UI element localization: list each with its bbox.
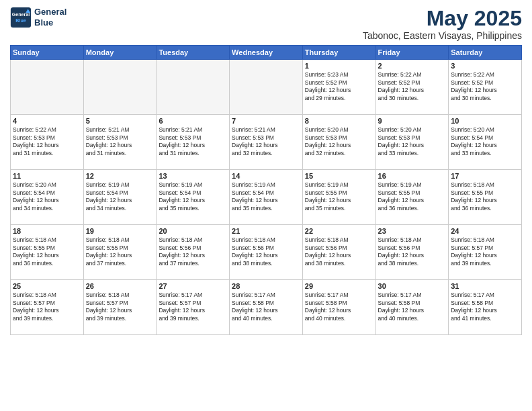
cell-content: Sunrise: 5:20 AM Sunset: 5:53 PM Dayligh… bbox=[305, 126, 373, 157]
day-number: 19 bbox=[86, 227, 154, 235]
calendar-cell bbox=[157, 60, 230, 115]
day-number: 9 bbox=[378, 117, 447, 125]
day-number: 15 bbox=[305, 172, 373, 180]
day-number: 24 bbox=[451, 227, 519, 235]
day-number: 7 bbox=[232, 117, 300, 125]
day-number: 18 bbox=[13, 227, 81, 235]
day-number: 4 bbox=[13, 117, 81, 125]
page: General Blue General Blue May 2025 Tabon… bbox=[0, 0, 532, 411]
day-number: 30 bbox=[378, 282, 447, 290]
calendar-cell bbox=[11, 60, 84, 115]
calendar-cell: 8Sunrise: 5:20 AM Sunset: 5:53 PM Daylig… bbox=[302, 115, 375, 170]
title-block: May 2025 Tabonoc, Eastern Visayas, Phili… bbox=[363, 7, 522, 41]
cell-content: Sunrise: 5:18 AM Sunset: 5:55 PM Dayligh… bbox=[451, 181, 519, 212]
calendar-cell: 30Sunrise: 5:17 AM Sunset: 5:58 PM Dayli… bbox=[375, 280, 449, 335]
calendar-cell: 29Sunrise: 5:17 AM Sunset: 5:58 PM Dayli… bbox=[302, 280, 375, 335]
day-number: 13 bbox=[159, 172, 227, 180]
calendar-table: SundayMondayTuesdayWednesdayThursdayFrid… bbox=[10, 45, 522, 335]
day-number: 23 bbox=[378, 227, 447, 235]
day-number: 11 bbox=[13, 172, 81, 180]
cell-content: Sunrise: 5:18 AM Sunset: 5:56 PM Dayligh… bbox=[159, 236, 227, 267]
calendar-cell bbox=[230, 60, 303, 115]
header-cell-tuesday: Tuesday bbox=[157, 46, 230, 60]
cell-content: Sunrise: 5:20 AM Sunset: 5:54 PM Dayligh… bbox=[13, 181, 81, 212]
cell-content: Sunrise: 5:18 AM Sunset: 5:57 PM Dayligh… bbox=[86, 291, 154, 322]
day-number: 2 bbox=[378, 62, 447, 70]
header: General Blue General Blue May 2025 Tabon… bbox=[10, 7, 522, 41]
calendar-cell: 20Sunrise: 5:18 AM Sunset: 5:56 PM Dayli… bbox=[157, 225, 230, 280]
header-cell-thursday: Thursday bbox=[302, 46, 375, 60]
day-number: 20 bbox=[159, 227, 227, 235]
day-number: 10 bbox=[451, 117, 519, 125]
day-number: 14 bbox=[232, 172, 300, 180]
calendar-cell: 1Sunrise: 5:23 AM Sunset: 5:52 PM Daylig… bbox=[302, 60, 375, 115]
week-row-1: 1Sunrise: 5:23 AM Sunset: 5:52 PM Daylig… bbox=[11, 60, 522, 115]
cell-content: Sunrise: 5:22 AM Sunset: 5:53 PM Dayligh… bbox=[13, 126, 81, 157]
subtitle: Tabonoc, Eastern Visayas, Philippines bbox=[363, 30, 522, 41]
header-cell-saturday: Saturday bbox=[449, 46, 522, 60]
cell-content: Sunrise: 5:21 AM Sunset: 5:53 PM Dayligh… bbox=[232, 126, 300, 157]
cell-content: Sunrise: 5:17 AM Sunset: 5:58 PM Dayligh… bbox=[232, 291, 300, 322]
day-number: 21 bbox=[232, 227, 300, 235]
day-number: 22 bbox=[305, 227, 373, 235]
calendar-cell: 9Sunrise: 5:20 AM Sunset: 5:53 PM Daylig… bbox=[375, 115, 449, 170]
day-number: 8 bbox=[305, 117, 373, 125]
calendar-cell: 28Sunrise: 5:17 AM Sunset: 5:58 PM Dayli… bbox=[230, 280, 303, 335]
calendar-cell: 13Sunrise: 5:19 AM Sunset: 5:54 PM Dayli… bbox=[157, 170, 230, 225]
calendar-cell: 2Sunrise: 5:22 AM Sunset: 5:52 PM Daylig… bbox=[375, 60, 449, 115]
cell-content: Sunrise: 5:18 AM Sunset: 5:57 PM Dayligh… bbox=[13, 291, 81, 322]
cell-content: Sunrise: 5:21 AM Sunset: 5:53 PM Dayligh… bbox=[159, 126, 227, 157]
svg-text:General: General bbox=[12, 12, 30, 17]
logo-text: General Blue bbox=[34, 7, 66, 28]
day-number: 3 bbox=[451, 62, 519, 70]
header-cell-friday: Friday bbox=[375, 46, 449, 60]
cell-content: Sunrise: 5:17 AM Sunset: 5:57 PM Dayligh… bbox=[159, 291, 227, 322]
day-number: 29 bbox=[305, 282, 373, 290]
week-row-4: 18Sunrise: 5:18 AM Sunset: 5:55 PM Dayli… bbox=[11, 225, 522, 280]
cell-content: Sunrise: 5:18 AM Sunset: 5:56 PM Dayligh… bbox=[378, 236, 447, 267]
day-number: 17 bbox=[451, 172, 519, 180]
day-number: 6 bbox=[159, 117, 227, 125]
cell-content: Sunrise: 5:23 AM Sunset: 5:52 PM Dayligh… bbox=[305, 71, 373, 102]
logo: General Blue General Blue bbox=[10, 7, 66, 28]
cell-content: Sunrise: 5:20 AM Sunset: 5:54 PM Dayligh… bbox=[451, 126, 519, 157]
day-number: 1 bbox=[305, 62, 373, 70]
cell-content: Sunrise: 5:17 AM Sunset: 5:58 PM Dayligh… bbox=[305, 291, 373, 322]
week-row-3: 11Sunrise: 5:20 AM Sunset: 5:54 PM Dayli… bbox=[11, 170, 522, 225]
calendar-cell: 5Sunrise: 5:21 AM Sunset: 5:53 PM Daylig… bbox=[83, 115, 157, 170]
calendar-cell: 23Sunrise: 5:18 AM Sunset: 5:56 PM Dayli… bbox=[375, 225, 449, 280]
cell-content: Sunrise: 5:22 AM Sunset: 5:52 PM Dayligh… bbox=[378, 71, 447, 102]
calendar-cell: 19Sunrise: 5:18 AM Sunset: 5:55 PM Dayli… bbox=[83, 225, 157, 280]
cell-content: Sunrise: 5:18 AM Sunset: 5:55 PM Dayligh… bbox=[86, 236, 154, 267]
cell-content: Sunrise: 5:17 AM Sunset: 5:58 PM Dayligh… bbox=[451, 291, 519, 322]
calendar-cell: 6Sunrise: 5:21 AM Sunset: 5:53 PM Daylig… bbox=[157, 115, 230, 170]
calendar-cell: 7Sunrise: 5:21 AM Sunset: 5:53 PM Daylig… bbox=[230, 115, 303, 170]
day-number: 31 bbox=[451, 282, 519, 290]
cell-content: Sunrise: 5:19 AM Sunset: 5:54 PM Dayligh… bbox=[86, 181, 154, 212]
cell-content: Sunrise: 5:17 AM Sunset: 5:58 PM Dayligh… bbox=[378, 291, 447, 322]
calendar-cell: 26Sunrise: 5:18 AM Sunset: 5:57 PM Dayli… bbox=[83, 280, 157, 335]
calendar-cell: 15Sunrise: 5:19 AM Sunset: 5:55 PM Dayli… bbox=[302, 170, 375, 225]
calendar-cell: 12Sunrise: 5:19 AM Sunset: 5:54 PM Dayli… bbox=[83, 170, 157, 225]
cell-content: Sunrise: 5:22 AM Sunset: 5:52 PM Dayligh… bbox=[451, 71, 519, 102]
cell-content: Sunrise: 5:19 AM Sunset: 5:55 PM Dayligh… bbox=[378, 181, 447, 212]
cell-content: Sunrise: 5:19 AM Sunset: 5:54 PM Dayligh… bbox=[159, 181, 227, 212]
week-row-5: 25Sunrise: 5:18 AM Sunset: 5:57 PM Dayli… bbox=[11, 280, 522, 335]
calendar-cell: 25Sunrise: 5:18 AM Sunset: 5:57 PM Dayli… bbox=[11, 280, 84, 335]
cell-content: Sunrise: 5:18 AM Sunset: 5:56 PM Dayligh… bbox=[305, 236, 373, 267]
day-number: 16 bbox=[378, 172, 447, 180]
calendar-cell: 17Sunrise: 5:18 AM Sunset: 5:55 PM Dayli… bbox=[449, 170, 522, 225]
calendar-cell: 11Sunrise: 5:20 AM Sunset: 5:54 PM Dayli… bbox=[11, 170, 84, 225]
cell-content: Sunrise: 5:20 AM Sunset: 5:53 PM Dayligh… bbox=[378, 126, 447, 157]
logo-icon: General Blue bbox=[10, 7, 32, 28]
calendar-cell: 3Sunrise: 5:22 AM Sunset: 5:52 PM Daylig… bbox=[449, 60, 522, 115]
calendar-cell: 24Sunrise: 5:18 AM Sunset: 5:57 PM Dayli… bbox=[449, 225, 522, 280]
main-title: May 2025 bbox=[363, 7, 522, 30]
day-number: 28 bbox=[232, 282, 300, 290]
header-cell-wednesday: Wednesday bbox=[230, 46, 303, 60]
day-number: 5 bbox=[86, 117, 154, 125]
cell-content: Sunrise: 5:18 AM Sunset: 5:57 PM Dayligh… bbox=[451, 236, 519, 267]
calendar-cell: 10Sunrise: 5:20 AM Sunset: 5:54 PM Dayli… bbox=[449, 115, 522, 170]
calendar-cell: 16Sunrise: 5:19 AM Sunset: 5:55 PM Dayli… bbox=[375, 170, 449, 225]
calendar-cell bbox=[83, 60, 157, 115]
